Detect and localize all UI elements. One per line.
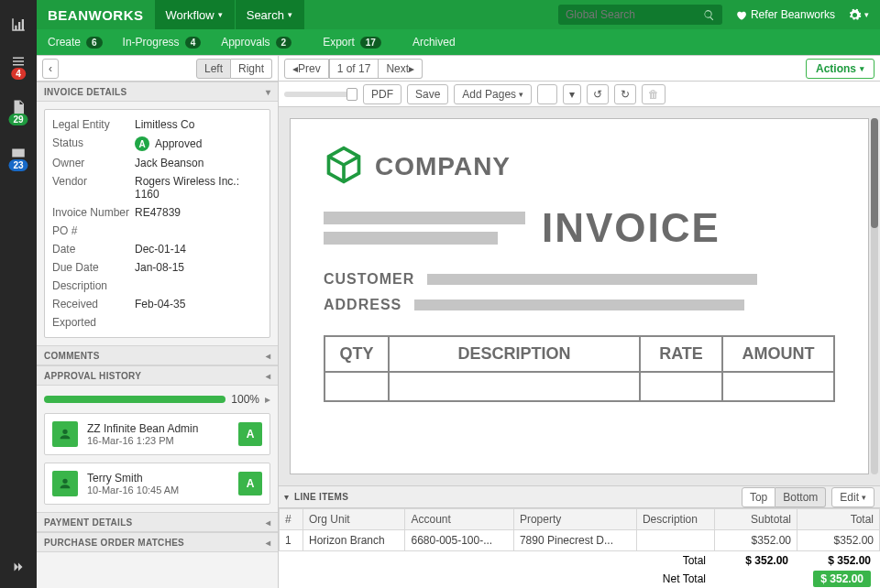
refer-label: Refer Beanworks <box>751 8 835 21</box>
invoice-table: QTY DESCRIPTION RATE AMOUNT <box>324 335 835 402</box>
prev-button[interactable]: ◂ Prev <box>284 59 329 79</box>
undo-button[interactable]: ↺ <box>587 84 609 104</box>
caret-down-icon: ▾ <box>864 10 869 19</box>
rail-badge-3: 23 <box>8 159 28 171</box>
details-panel: ‹ Left Right INVOICE DETAILS▾ Legal Enti… <box>37 56 279 588</box>
status-badge: A <box>135 136 149 151</box>
caret-down-icon: ▾ <box>288 10 292 19</box>
approval-progress-bar <box>44 396 226 403</box>
chevron-left-icon: ◂ <box>266 371 270 381</box>
chevron-right-icon[interactable]: ▸ <box>265 393 270 406</box>
global-search[interactable] <box>558 5 722 25</box>
subnav-create[interactable]: Create6 <box>48 36 103 49</box>
approval-stamp: A <box>238 472 262 495</box>
chevron-left-icon: ◂ <box>266 517 270 528</box>
subnav-export[interactable]: Export17 <box>323 36 381 49</box>
subnav-archived[interactable]: Archived <box>412 36 456 49</box>
approval-history-body: 100% ▸ ZZ Infinite Bean Admin16-Mar-16 1… <box>37 386 278 512</box>
line-bottom-button[interactable]: Bottom <box>776 487 826 507</box>
rail-badge-2: 29 <box>8 114 28 125</box>
company-name: COMPANY <box>375 152 511 181</box>
rail-docs[interactable]: 29 <box>0 92 37 123</box>
left-rail: 4 29 23 <box>0 0 37 588</box>
rail-dashboard[interactable] <box>0 9 37 40</box>
menu-workflow[interactable]: Workflow▾ <box>155 0 235 29</box>
line-edit-button[interactable]: Edit ▾ <box>831 487 874 507</box>
chart-icon <box>10 16 27 33</box>
more-button[interactable]: ▾ <box>563 84 581 104</box>
zoom-slider[interactable] <box>284 92 358 97</box>
approval-progress-label: 100% <box>231 393 259 406</box>
line-top-button[interactable]: Top <box>742 487 776 507</box>
chevrons-right-icon <box>10 559 27 575</box>
section-po-matches[interactable]: PURCHASE ORDER MATCHES◂ <box>37 532 278 552</box>
chevron-left-icon: ◂ <box>266 538 270 548</box>
rail-expand[interactable] <box>0 551 37 583</box>
section-comments[interactable]: COMMENTS◂ <box>37 345 278 365</box>
checkbox-button[interactable] <box>537 84 557 104</box>
next-button[interactable]: Next ▸ <box>379 59 423 79</box>
global-search-input[interactable] <box>566 8 703 21</box>
caret-down-icon: ▾ <box>218 10 223 19</box>
rail-card[interactable]: 23 <box>0 137 37 169</box>
doc-toolbar-nav: ◂ Prev 1 of 17 Next ▸ Actions ▾ <box>279 56 880 82</box>
subnav-approvals[interactable]: Approvals2 <box>221 36 292 49</box>
caret-down-icon: ▾ <box>266 87 270 97</box>
topbar: BEANWORKS Workflow▾ Search▾ Refer Beanwo… <box>37 0 880 29</box>
document-panel: ◂ Prev 1 of 17 Next ▸ Actions ▾ PDF Save… <box>279 56 880 588</box>
avatar <box>52 421 78 447</box>
approver-name: ZZ Infinite Bean Admin <box>87 422 198 435</box>
collapse-button[interactable]: ‹ <box>42 59 59 79</box>
doc-toolbar-tools: PDF Save Add Pages ▾ ▾ ↺ ↻ 🗑 <box>279 82 880 107</box>
approval-date: 10-Mar-16 10:45 AM <box>87 485 179 495</box>
pager-label: 1 of 17 <box>329 59 380 79</box>
brand: BEANWORKS <box>37 7 155 23</box>
actions-button[interactable]: Actions ▾ <box>806 59 874 79</box>
table-row[interactable]: 1 Horizon Branch 6680-005-100-... 7890 P… <box>280 530 880 551</box>
dock-left-button[interactable]: Left <box>196 59 231 79</box>
address-label: ADDRESS <box>324 297 402 313</box>
net-total-value: $ 352.00 <box>813 571 871 587</box>
doc-page: COMPANY INVOICE CUSTOMER ADDRESS QTY DES… <box>290 118 869 474</box>
approval-date: 16-Mar-16 1:23 PM <box>87 435 198 446</box>
approver-name: Terry Smith <box>87 472 179 485</box>
search-icon <box>703 9 715 21</box>
company-logo-icon <box>324 145 364 189</box>
section-approval-history[interactable]: APPROVAL HISTORY◂ <box>37 365 278 386</box>
delete-button[interactable]: 🗑 <box>642 84 666 104</box>
avatar <box>52 471 78 496</box>
customer-label: CUSTOMER <box>324 271 414 288</box>
heart-icon <box>735 9 747 21</box>
rail-badge-1: 4 <box>11 68 26 80</box>
section-payment-details[interactable]: PAYMENT DETAILS◂ <box>37 512 278 532</box>
section-invoice-details[interactable]: INVOICE DETAILS▾ <box>37 82 278 102</box>
panel-toolbar: ‹ Left Right <box>37 56 278 82</box>
dock-right-button[interactable]: Right <box>231 59 272 79</box>
save-button[interactable]: Save <box>407 84 448 104</box>
caret-down-icon[interactable]: ▾ <box>284 492 289 502</box>
subnav: Create6 In-Progress4 Approvals2 Export17… <box>37 29 880 55</box>
redo-button[interactable]: ↻ <box>614 84 636 104</box>
line-items-header: ▾ LINE ITEMS Top Bottom Edit ▾ <box>279 486 880 508</box>
user-icon <box>58 476 72 491</box>
approval-stamp: A <box>238 422 262 446</box>
line-items-table: # Org Unit Account Property Description … <box>279 508 880 551</box>
approval-entry[interactable]: ZZ Infinite Bean Admin16-Mar-16 1:23 PM … <box>44 413 270 455</box>
user-icon <box>58 427 72 441</box>
approval-entry[interactable]: Terry Smith10-Mar-16 10:45 AM A <box>44 463 270 505</box>
gear-icon <box>848 8 862 22</box>
line-items-totals: Total$ 352.00$ 352.00 Net Total$ 352.00 <box>279 551 880 588</box>
dock-toggle[interactable]: Left Right <box>196 59 272 79</box>
rail-list[interactable]: 4 <box>0 46 37 77</box>
doc-viewer[interactable]: COMPANY INVOICE CUSTOMER ADDRESS QTY DES… <box>279 107 880 486</box>
menu-search[interactable]: Search▾ <box>235 0 304 29</box>
add-pages-button[interactable]: Add Pages ▾ <box>454 84 532 104</box>
invoice-details-card: Legal EntityLimitless Co StatusAApproved… <box>44 109 270 338</box>
invoice-title: INVOICE <box>542 205 720 251</box>
chevron-left-icon: ◂ <box>266 351 270 361</box>
doc-scrollbar[interactable] <box>871 118 878 474</box>
subnav-inprogress[interactable]: In-Progress4 <box>123 36 202 49</box>
refer-link[interactable]: Refer Beanworks <box>735 8 835 21</box>
settings-menu[interactable]: ▾ <box>848 8 869 22</box>
pdf-button[interactable]: PDF <box>363 84 402 104</box>
